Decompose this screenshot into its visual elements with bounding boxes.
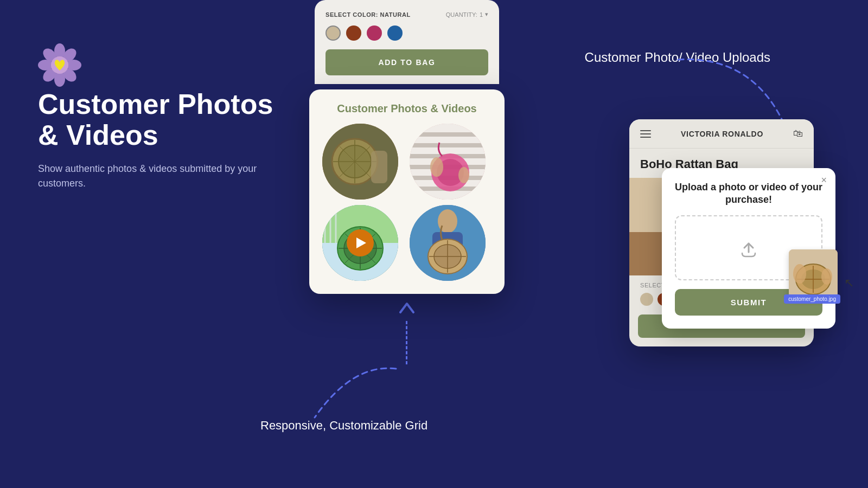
photo-grid [322,124,492,281]
dashed-line-vertical [406,321,408,364]
color-select-row: SELECT COLOR: NATURAL QUANTITY: 1 ▾ [326,11,488,18]
swatch-natural[interactable] [326,25,341,41]
modal-title: Upload a photo or video of your purchase… [675,181,822,207]
main-title: Customer Photos & Videos [38,89,288,151]
bag-icon[interactable]: 🛍 [793,128,803,139]
swatch-pink[interactable] [367,25,382,41]
upload-icon [738,237,760,259]
swatch-brown[interactable] [346,25,361,41]
left-section: Customer Photos & Videos Show authentic … [38,43,288,191]
swatch-blue[interactable] [387,25,403,41]
play-triangle-icon [356,237,366,248]
add-to-bag-top-button[interactable]: ADD TO BAG [326,49,488,75]
phone-header: VICTORIA RONALDO 🛍 [629,119,814,149]
hamburger-menu-icon[interactable] [640,130,651,138]
photo-cell-4[interactable] [410,205,486,281]
cursor-icon: ↖ [844,276,854,290]
phone-swatch-natural[interactable] [640,293,653,306]
upload-modal: × Upload a photo or video of your purcha… [662,168,835,329]
arrow-up-icon [396,297,418,319]
svg-rect-17 [322,124,398,200]
arrow-up-container [309,297,505,364]
thumbnail-preview [789,249,838,298]
color-label: SELECT COLOR: NATURAL [326,11,411,18]
svg-point-67 [821,268,832,285]
color-swatches [326,25,488,41]
photo-cell-2[interactable] [410,124,486,200]
svg-point-28 [430,157,443,177]
store-name: VICTORIA RONALDO [681,130,763,138]
qty-label: QUANTITY: 1 ▾ [446,11,488,18]
phone-top-fragment: SELECT COLOR: NATURAL QUANTITY: 1 ▾ ADD … [315,0,499,84]
filename-badge: customer_photo.jpg [784,294,840,304]
responsive-label: Responsive, Customizable Grid [260,418,427,434]
right-label: Customer Photo/ Video Uploads [585,49,770,66]
photo-cell-3[interactable] [322,205,398,281]
flower-logo [38,43,81,87]
upload-area[interactable]: customer_photo.jpg ↖ [675,215,822,280]
svg-point-29 [458,167,469,183]
svg-point-66 [793,264,806,284]
main-description: Show authentic photos & videos submitted… [38,162,288,191]
modal-close-button[interactable]: × [821,175,827,186]
photo-cell-1[interactable] [322,124,398,200]
play-button[interactable] [347,229,374,256]
photos-card-title: Customer Photos & Videos [322,102,492,115]
customer-photos-card: Customer Photos & Videos [309,89,505,294]
